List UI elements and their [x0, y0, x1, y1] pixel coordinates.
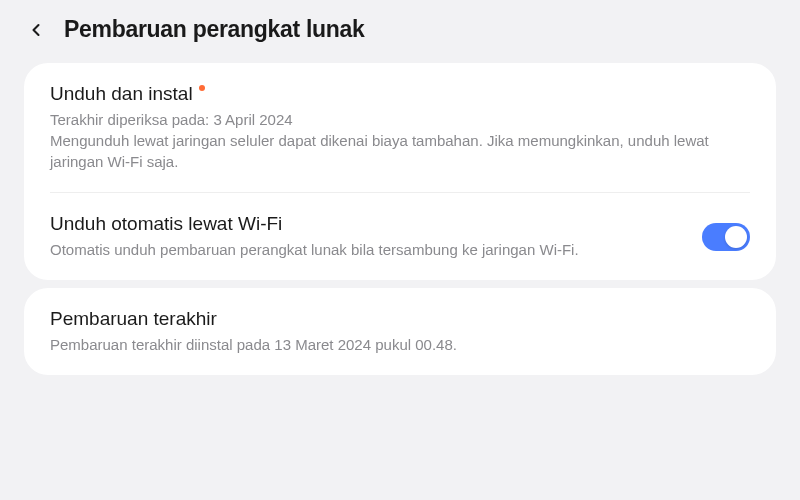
last-update-card: Pembaruan terakhir Pembaruan terakhir di… [24, 288, 776, 375]
download-install-title: Unduh dan instal [50, 83, 193, 105]
updates-card: Unduh dan instal Terakhir diperiksa pada… [24, 63, 776, 280]
auto-download-title: Unduh otomatis lewat Wi-Fi [50, 213, 282, 235]
download-warning-text: Mengunduh lewat jaringan seluler dapat d… [50, 130, 750, 172]
update-indicator-dot [199, 85, 205, 91]
toggle-knob [725, 226, 747, 248]
download-install-item[interactable]: Unduh dan instal Terakhir diperiksa pada… [24, 63, 776, 192]
header: Pembaruan perangkat lunak [0, 0, 800, 55]
last-update-item[interactable]: Pembaruan terakhir Pembaruan terakhir di… [24, 288, 776, 375]
auto-download-description: Otomatis unduh pembaruan perangkat lunak… [50, 239, 686, 260]
last-checked-text: Terakhir diperiksa pada: 3 April 2024 [50, 109, 750, 130]
last-update-title: Pembaruan terakhir [50, 308, 217, 330]
auto-download-toggle[interactable] [702, 223, 750, 251]
last-update-description: Pembaruan terakhir diinstal pada 13 Mare… [50, 334, 750, 355]
back-icon[interactable] [24, 18, 48, 42]
auto-download-item[interactable]: Unduh otomatis lewat Wi-Fi Otomatis undu… [24, 193, 776, 280]
page-title: Pembaruan perangkat lunak [64, 16, 365, 43]
